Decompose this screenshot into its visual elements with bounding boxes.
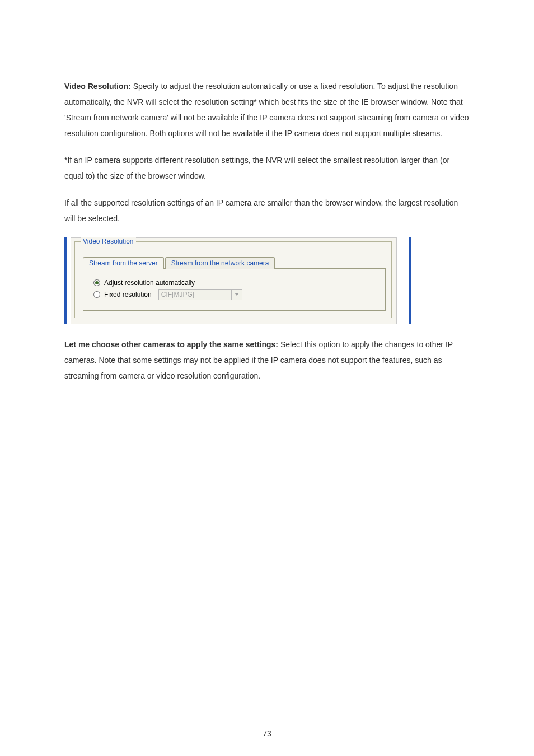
paragraph-let-me-choose: Let me choose other cameras to apply the… [64, 337, 470, 384]
chevron-down-icon [235, 293, 239, 296]
paragraph-video-resolution: Video Resolution: Specify to adjust the … [64, 78, 470, 141]
radio-fixed-label: Fixed resolution [104, 291, 152, 298]
para1-lead: Video Resolution: [64, 82, 131, 91]
radio-auto-label: Adjust resolution automatically [104, 279, 195, 287]
dialog-outer-panel: Video Resolution Stream from the server … [71, 237, 397, 324]
combobox-value: CIF[MJPG] [159, 291, 231, 298]
groupbox-legend: Video Resolution [81, 237, 136, 245]
tab-stream-from-network-camera[interactable]: Stream from the network camera [165, 257, 275, 269]
radio-adjust-automatically[interactable]: Adjust resolution automatically [93, 279, 380, 287]
paragraph-smaller-note: If all the supported resolution settings… [64, 195, 470, 226]
tab-bar: Stream from the server Stream from the n… [83, 256, 386, 269]
combobox-dropdown-button[interactable] [231, 290, 242, 300]
dialog-right-accent [409, 237, 411, 324]
fixed-resolution-combobox[interactable]: CIF[MJPG] [158, 289, 242, 300]
tab-body: Adjust resolution automatically Fixed re… [83, 269, 386, 311]
groupbox-video-resolution: Video Resolution Stream from the server … [74, 241, 392, 318]
dialog-video-resolution: Video Resolution Stream from the server … [64, 237, 411, 324]
radio-dot-unselected-icon [93, 291, 100, 298]
tab-stream-from-server[interactable]: Stream from the server [83, 257, 164, 269]
page-number: 73 [0, 729, 534, 738]
dialog-left-accent [64, 237, 67, 324]
radio-fixed-resolution[interactable]: Fixed resolution CIF[MJPG] [93, 289, 380, 300]
paragraph-asterisk-note: *If an IP camera supports different reso… [64, 152, 470, 184]
radio-dot-selected-icon [93, 279, 100, 286]
para4-lead: Let me choose other cameras to apply the… [64, 340, 278, 349]
